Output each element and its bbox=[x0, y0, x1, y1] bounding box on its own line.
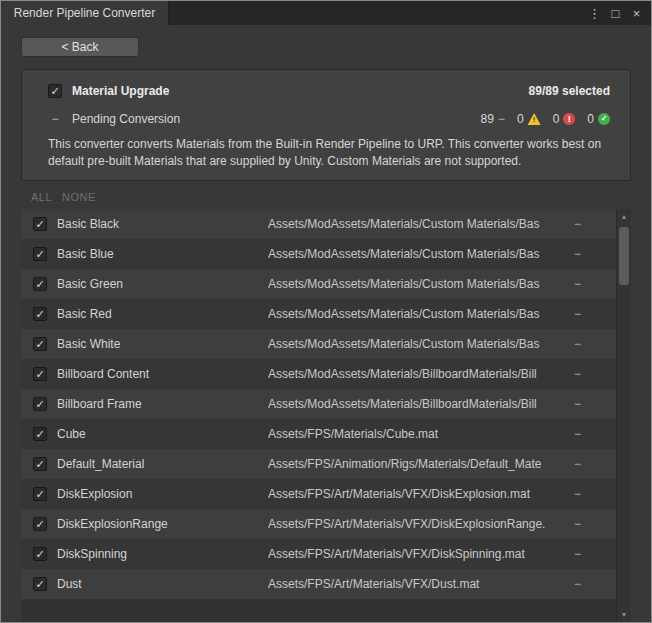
window-tab[interactable]: Render Pipeline Converter bbox=[1, 1, 169, 25]
row-checkbox[interactable]: ✓ bbox=[33, 247, 47, 261]
material-name: Dust bbox=[57, 577, 268, 591]
list-item[interactable]: ✓ Billboard Content Assets/ModAssets/Mat… bbox=[21, 359, 616, 389]
material-path: Assets/FPS/Art/Materials/VFX/DiskSpinnin… bbox=[268, 547, 570, 561]
material-name: Billboard Frame bbox=[57, 397, 268, 411]
row-checkbox[interactable]: ✓ bbox=[33, 367, 47, 381]
success-icon: ✓ bbox=[598, 113, 610, 125]
row-checkbox[interactable]: ✓ bbox=[33, 277, 47, 291]
row-checkbox[interactable]: ✓ bbox=[33, 457, 47, 471]
converter-header: ✓ Material Upgrade 89/89 selected bbox=[48, 76, 610, 106]
list-item[interactable]: ✓ Dust Assets/FPS/Art/Materials/VFX/Dust… bbox=[21, 569, 616, 599]
material-path: Assets/ModAssets/Materials/Custom Materi… bbox=[268, 307, 570, 321]
mixed-state-icon: − bbox=[48, 112, 62, 126]
selected-summary: 89/89 selected bbox=[529, 84, 610, 98]
check-icon: ✓ bbox=[35, 579, 44, 590]
warning-count: 0 ! bbox=[517, 112, 541, 126]
check-icon: ✓ bbox=[35, 249, 44, 260]
material-path: Assets/ModAssets/Materials/BillboardMate… bbox=[268, 397, 570, 411]
material-name: Billboard Content bbox=[57, 367, 268, 381]
scroll-down-icon[interactable]: ▼ bbox=[617, 607, 631, 622]
converter-title: Material Upgrade bbox=[72, 84, 169, 98]
material-path: Assets/ModAssets/Materials/Custom Materi… bbox=[268, 247, 570, 261]
error-count-value: 0 bbox=[553, 112, 560, 126]
pending-count: 89 − bbox=[481, 112, 505, 126]
list-item[interactable]: ✓ Default_Material Assets/FPS/Animation/… bbox=[21, 449, 616, 479]
check-icon: ✓ bbox=[50, 86, 59, 97]
list-item[interactable]: ✓ DiskSpinning Assets/FPS/Art/Materials/… bbox=[21, 539, 616, 569]
row-checkbox[interactable]: ✓ bbox=[33, 307, 47, 321]
row-checkbox[interactable]: ✓ bbox=[33, 547, 47, 561]
material-name: DiskExplosionRange bbox=[57, 517, 268, 531]
row-checkbox[interactable]: ✓ bbox=[33, 577, 47, 591]
list-item[interactable]: ✓ Basic White Assets/ModAssets/Materials… bbox=[21, 329, 616, 359]
select-none-button[interactable]: NONE bbox=[62, 191, 96, 203]
status-dash-icon: − bbox=[570, 427, 610, 441]
material-name: Basic Red bbox=[57, 307, 268, 321]
scrollbar-track[interactable] bbox=[617, 224, 631, 607]
converter-checkbox[interactable]: ✓ bbox=[48, 84, 62, 98]
window-title: Render Pipeline Converter bbox=[14, 6, 155, 20]
list-item[interactable]: ✓ Basic Black Assets/ModAssets/Materials… bbox=[21, 209, 616, 239]
row-checkbox[interactable]: ✓ bbox=[33, 397, 47, 411]
status-dash-icon: − bbox=[570, 307, 610, 321]
close-icon[interactable]: × bbox=[628, 4, 645, 22]
converter-description: This converter converts Materials from t… bbox=[48, 132, 610, 170]
back-button[interactable]: < Back bbox=[21, 37, 139, 57]
error-count: 0 ! bbox=[553, 112, 576, 126]
status-dash-icon: − bbox=[570, 547, 610, 561]
list-item[interactable]: ✓ Basic Green Assets/ModAssets/Materials… bbox=[21, 269, 616, 299]
check-icon: ✓ bbox=[35, 399, 44, 410]
list-item[interactable]: ✓ Basic Blue Assets/ModAssets/Materials/… bbox=[21, 239, 616, 269]
check-icon: ✓ bbox=[35, 339, 44, 350]
list-item[interactable]: ✓ DiskExplosion Assets/FPS/Art/Materials… bbox=[21, 479, 616, 509]
check-icon: ✓ bbox=[35, 549, 44, 560]
status-dash-icon: − bbox=[570, 217, 610, 231]
status-dash-icon: − bbox=[570, 397, 610, 411]
toolbar: < Back bbox=[1, 25, 651, 67]
check-icon: ✓ bbox=[35, 369, 44, 380]
list-item[interactable]: ✓ Basic Red Assets/ModAssets/Materials/C… bbox=[21, 299, 616, 329]
list-area: ✓ Basic Black Assets/ModAssets/Materials… bbox=[21, 209, 631, 622]
material-path: Assets/ModAssets/Materials/Custom Materi… bbox=[268, 217, 570, 231]
scroll-up-icon[interactable]: ▲ bbox=[617, 209, 631, 224]
titlebar: Render Pipeline Converter ⋮ □ × bbox=[1, 1, 651, 25]
status-dash-icon: − bbox=[570, 517, 610, 531]
list-item[interactable]: ✓ Billboard Frame Assets/ModAssets/Mater… bbox=[21, 389, 616, 419]
material-path: Assets/ModAssets/Materials/BillboardMate… bbox=[268, 367, 570, 381]
material-name: Basic Blue bbox=[57, 247, 268, 261]
warning-icon: ! bbox=[528, 113, 541, 125]
material-name: Default_Material bbox=[57, 457, 268, 471]
scrollbar-thumb[interactable] bbox=[619, 227, 629, 285]
select-all-button[interactable]: ALL bbox=[31, 191, 52, 203]
maximize-icon[interactable]: □ bbox=[607, 4, 624, 22]
row-checkbox[interactable]: ✓ bbox=[33, 337, 47, 351]
row-checkbox[interactable]: ✓ bbox=[33, 427, 47, 441]
pending-row: − Pending Conversion 89 − 0 ! 0 ! 0 ✓ bbox=[48, 106, 610, 132]
list-item[interactable]: ✓ Cube Assets/FPS/Materials/Cube.mat − bbox=[21, 419, 616, 449]
error-icon: ! bbox=[563, 113, 575, 125]
status-dash-icon: − bbox=[570, 457, 610, 471]
menu-icon[interactable]: ⋮ bbox=[586, 4, 603, 22]
status-dash-icon: − bbox=[570, 577, 610, 591]
check-icon: ✓ bbox=[35, 219, 44, 230]
status-dash-icon: − bbox=[570, 247, 610, 261]
row-checkbox[interactable]: ✓ bbox=[33, 517, 47, 531]
list-item[interactable]: ✓ DiskExplosionRange Assets/FPS/Art/Mate… bbox=[21, 509, 616, 539]
material-name: Basic Black bbox=[57, 217, 268, 231]
list-controls: ALL NONE bbox=[1, 187, 651, 209]
material-name: Basic Green bbox=[57, 277, 268, 291]
material-name: Basic White bbox=[57, 337, 268, 351]
scrollbar[interactable]: ▲ ▼ bbox=[616, 209, 631, 622]
check-icon: ✓ bbox=[35, 519, 44, 530]
check-icon: ✓ bbox=[35, 459, 44, 470]
row-checkbox[interactable]: ✓ bbox=[33, 487, 47, 501]
material-path: Assets/ModAssets/Materials/Custom Materi… bbox=[268, 277, 570, 291]
material-path: Assets/FPS/Art/Materials/VFX/DiskExplosi… bbox=[268, 487, 570, 501]
check-icon: ✓ bbox=[35, 279, 44, 290]
row-checkbox[interactable]: ✓ bbox=[33, 217, 47, 231]
material-path: Assets/FPS/Materials/Cube.mat bbox=[268, 427, 570, 441]
window-controls: ⋮ □ × bbox=[586, 1, 651, 25]
material-path: Assets/FPS/Art/Materials/VFX/Dust.mat bbox=[268, 577, 570, 591]
status-dash-icon: − bbox=[570, 277, 610, 291]
status-dash-icon: − bbox=[570, 487, 610, 501]
